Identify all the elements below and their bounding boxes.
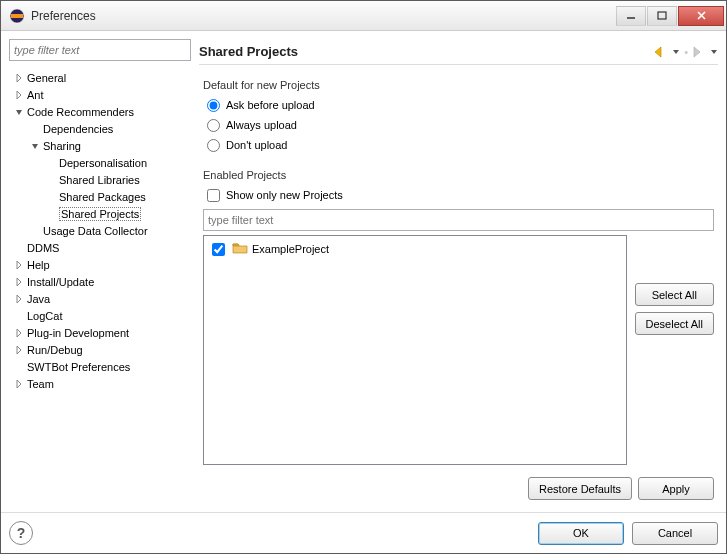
- side-buttons: Select All Deselect All: [635, 235, 714, 465]
- tree-item-plug-in-development[interactable]: Plug-in Development: [9, 324, 191, 341]
- close-button[interactable]: [678, 6, 724, 26]
- tree-item-run-debug[interactable]: Run/Debug: [9, 341, 191, 358]
- default-group-label: Default for new Projects: [203, 79, 718, 91]
- tree-item-label: SWTBot Preferences: [27, 361, 130, 373]
- window-controls: [615, 6, 724, 26]
- radio-always[interactable]: Always upload: [207, 117, 718, 133]
- chevron-right-icon[interactable]: [13, 344, 25, 356]
- tree-item-general[interactable]: General: [9, 69, 191, 86]
- svg-rect-1: [11, 14, 23, 18]
- svg-rect-4: [658, 12, 666, 19]
- tree-item-logcat[interactable]: LogCat: [9, 307, 191, 324]
- tree-item-depersonalisation[interactable]: Depersonalisation: [9, 154, 191, 171]
- cancel-button[interactable]: Cancel: [632, 522, 718, 545]
- tree-item-label: LogCat: [27, 310, 62, 322]
- page-header: Shared Projects •: [199, 39, 718, 65]
- forward-button[interactable]: [692, 46, 706, 58]
- tree-item-label: Usage Data Collector: [43, 225, 148, 237]
- tree-item-label: Ant: [27, 89, 44, 101]
- tree-filter-input[interactable]: [9, 39, 191, 61]
- tree-item-label: Dependencies: [43, 123, 113, 135]
- radio-always-input[interactable]: [207, 119, 220, 132]
- tree-expander-empty: [45, 191, 57, 203]
- apply-button[interactable]: Apply: [638, 477, 714, 500]
- tree-item-label: Code Recommenders: [27, 106, 134, 118]
- chevron-right-icon[interactable]: [13, 378, 25, 390]
- project-list[interactable]: ExampleProject: [203, 235, 627, 465]
- radio-dont[interactable]: Don't upload: [207, 137, 718, 153]
- select-all-button[interactable]: Select All: [635, 283, 714, 306]
- tree-item-label: Java: [27, 293, 50, 305]
- back-menu-icon[interactable]: [672, 48, 680, 56]
- show-only-new-input[interactable]: [207, 189, 220, 202]
- tree-item-team[interactable]: Team: [9, 375, 191, 392]
- tree-item-help[interactable]: Help: [9, 256, 191, 273]
- ok-button[interactable]: OK: [538, 522, 624, 545]
- chevron-right-icon[interactable]: [13, 276, 25, 288]
- chevron-down-icon[interactable]: [29, 140, 41, 152]
- chevron-right-icon[interactable]: [13, 259, 25, 271]
- nav-arrows: •: [654, 46, 718, 58]
- radio-ask[interactable]: Ask before upload: [207, 97, 718, 113]
- forward-menu-icon[interactable]: [710, 48, 718, 56]
- enabled-group-label: Enabled Projects: [203, 169, 718, 181]
- tree-item-install-update[interactable]: Install/Update: [9, 273, 191, 290]
- nav-separator: •: [684, 46, 688, 58]
- radio-ask-input[interactable]: [207, 99, 220, 112]
- tree-item-shared-projects[interactable]: Shared Projects: [9, 205, 191, 222]
- tree-item-label: General: [27, 72, 66, 84]
- window-title: Preferences: [31, 9, 615, 23]
- folder-icon: [232, 241, 248, 257]
- help-icon[interactable]: ?: [9, 521, 33, 545]
- page-buttons: Restore Defaults Apply: [199, 469, 718, 504]
- chevron-right-icon[interactable]: [13, 72, 25, 84]
- maximize-button[interactable]: [647, 6, 677, 26]
- tree-item-label: DDMS: [27, 242, 59, 254]
- project-area: ExampleProject Select All Deselect All: [203, 235, 714, 465]
- chevron-right-icon[interactable]: [13, 293, 25, 305]
- back-button[interactable]: [654, 46, 668, 58]
- radio-dont-input[interactable]: [207, 139, 220, 152]
- show-only-new-check[interactable]: Show only new Projects: [207, 187, 718, 203]
- titlebar[interactable]: Preferences: [1, 1, 726, 31]
- show-only-new-label: Show only new Projects: [226, 189, 343, 201]
- tree-item-sharing[interactable]: Sharing: [9, 137, 191, 154]
- footer: ? OK Cancel: [1, 512, 726, 553]
- chevron-down-icon[interactable]: [13, 106, 25, 118]
- restore-defaults-button[interactable]: Restore Defaults: [528, 477, 632, 500]
- tree-item-shared-libraries[interactable]: Shared Libraries: [9, 171, 191, 188]
- tree-item-label: Sharing: [43, 140, 81, 152]
- tree-item-label: Shared Libraries: [59, 174, 140, 186]
- chevron-right-icon[interactable]: [13, 327, 25, 339]
- radio-always-label: Always upload: [226, 119, 297, 131]
- project-checkbox[interactable]: [212, 243, 225, 256]
- tree-item-dependencies[interactable]: Dependencies: [9, 120, 191, 137]
- tree-item-ant[interactable]: Ant: [9, 86, 191, 103]
- radio-dont-label: Don't upload: [226, 139, 287, 151]
- tree-item-label: Help: [27, 259, 50, 271]
- project-filter-input[interactable]: [203, 209, 714, 231]
- project-name: ExampleProject: [252, 243, 329, 255]
- content-area: GeneralAntCode RecommendersDependenciesS…: [1, 31, 726, 512]
- preferences-tree[interactable]: GeneralAntCode RecommendersDependenciesS…: [9, 67, 191, 504]
- tree-expander-empty: [13, 242, 25, 254]
- minimize-button[interactable]: [616, 6, 646, 26]
- tree-item-usage-data-collector[interactable]: Usage Data Collector: [9, 222, 191, 239]
- left-panel: GeneralAntCode RecommendersDependenciesS…: [9, 39, 191, 504]
- preferences-window: Preferences GeneralAntCode RecommendersD…: [0, 0, 727, 554]
- deselect-all-button[interactable]: Deselect All: [635, 312, 714, 335]
- tree-item-code-recommenders[interactable]: Code Recommenders: [9, 103, 191, 120]
- tree-item-label: Run/Debug: [27, 344, 83, 356]
- splitter[interactable]: [193, 39, 197, 504]
- tree-item-shared-packages[interactable]: Shared Packages: [9, 188, 191, 205]
- tree-item-label: Plug-in Development: [27, 327, 129, 339]
- project-item[interactable]: ExampleProject: [208, 240, 622, 258]
- tree-item-label: Install/Update: [27, 276, 94, 288]
- tree-expander-empty: [45, 174, 57, 186]
- chevron-right-icon[interactable]: [13, 89, 25, 101]
- tree-item-swtbot-preferences[interactable]: SWTBot Preferences: [9, 358, 191, 375]
- tree-item-java[interactable]: Java: [9, 290, 191, 307]
- right-panel: Shared Projects •: [199, 39, 718, 504]
- tree-item-ddms[interactable]: DDMS: [9, 239, 191, 256]
- tree-expander-empty: [45, 208, 57, 220]
